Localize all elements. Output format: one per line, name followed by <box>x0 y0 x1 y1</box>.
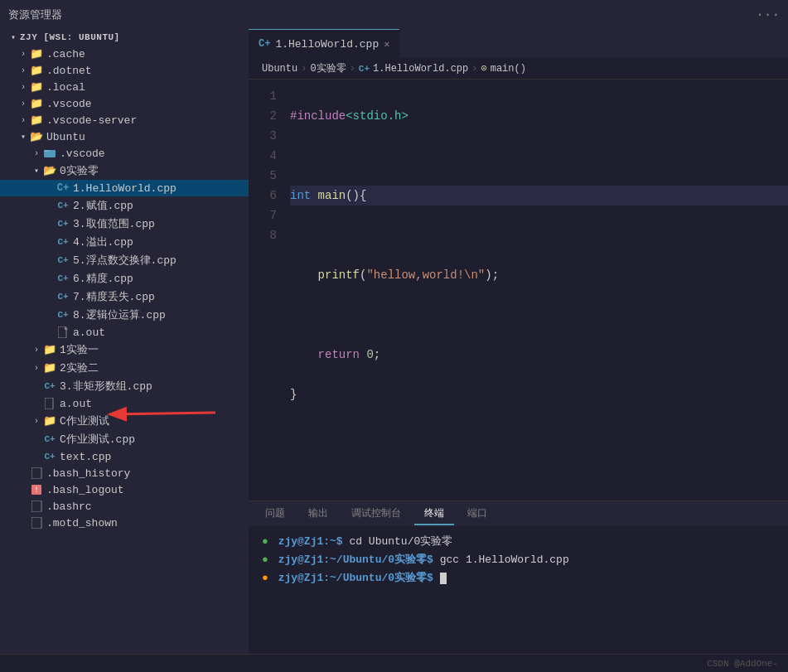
chevron-right-icon: › <box>30 147 43 160</box>
tab-terminal[interactable]: 终端 <box>414 503 454 525</box>
item-label: C作业测试.cpp <box>60 432 135 447</box>
svg-rect-8 <box>31 517 41 529</box>
terminal-line-2: ● zjy@Zj1:~/Ubuntu/0实验零$ gcc 1.HelloWorl… <box>262 551 775 569</box>
chevron-right-icon: › <box>30 414 43 428</box>
breadcrumb: Ubuntu › 0实验零 › C+ 1.HelloWorld.cpp › ⊙ … <box>249 58 788 80</box>
svg-text:!: ! <box>34 486 38 494</box>
cpp-icon: C+ <box>56 182 70 194</box>
sidebar-item-f4[interactable]: › C+ 4.溢出.cpp <box>0 233 249 251</box>
code-line-3: int main(){ <box>290 186 788 205</box>
tab-ports[interactable]: 端口 <box>457 503 497 525</box>
panel-tabs: 问题 输出 调试控制台 终端 端口 <box>249 501 788 526</box>
title-dots[interactable]: ··· <box>756 7 780 22</box>
sidebar-item-f5[interactable]: › C+ 5.浮点数交换律.cpp <box>0 251 249 269</box>
folder-icon: 📁 <box>43 361 56 375</box>
folder-icon: 📁 <box>30 80 43 94</box>
cpp-icon: C+ <box>43 381 56 391</box>
sidebar-item-aout[interactable]: › a.out <box>0 324 249 341</box>
item-label: .bash_logout <box>46 484 124 496</box>
cpp-icon: C+ <box>56 201 70 210</box>
folder-icon: 📁 <box>43 414 56 428</box>
sidebar-item-lab0[interactable]: ▾ 📂 0实验零 <box>0 162 249 180</box>
code-line-6 <box>290 305 788 325</box>
sidebar-item-local[interactable]: › 📁 .local <box>0 79 249 95</box>
item-label: .bash_history <box>46 467 130 480</box>
item-label: .local <box>46 81 85 94</box>
sidebar-item-vscode[interactable]: › 📁 .vscode <box>0 95 249 112</box>
sidebar-item-helloworld[interactable]: › C+ 1.HelloWorld.cpp <box>0 180 249 196</box>
tab-output[interactable]: 输出 <box>298 503 338 525</box>
file-icon <box>30 467 43 479</box>
sidebar-item-lab1[interactable]: › 📁 1实验一 <box>0 341 249 359</box>
prompt: zjy@Zj1:~/Ubuntu/0实验零$ <box>278 554 433 566</box>
cpp-icon: C+ <box>56 273 70 283</box>
breadcrumb-item[interactable]: Ubuntu <box>262 63 297 75</box>
status-bar: CSDN @AddOne- <box>0 654 788 672</box>
item-label: 4.溢出.cpp <box>73 234 133 249</box>
item-label: 7.精度丢失.cpp <box>73 289 155 304</box>
item-label: .vscode-server <box>46 114 137 127</box>
item-label: 6.精度.cpp <box>73 271 133 286</box>
sidebar-item-f3[interactable]: › C+ 3.取值范围.cpp <box>0 215 249 233</box>
chevron-down-icon: ▾ <box>17 130 30 143</box>
sidebar-item-bash-history[interactable]: › .bash_history <box>0 465 249 481</box>
sidebar-item-nonrect[interactable]: › C+ 3.非矩形数组.cpp <box>0 377 249 395</box>
sidebar-item-ubuntu-vscode[interactable]: › .vscode <box>0 145 249 162</box>
sidebar-item-vscode-server[interactable]: › 📁 .vscode-server <box>0 112 249 128</box>
chevron-down-icon: ▾ <box>30 164 43 177</box>
tab-problems[interactable]: 问题 <box>255 503 295 525</box>
sidebar-item-motd[interactable]: › .motd_shown <box>0 515 249 531</box>
folder-icon: 📁 <box>30 47 43 60</box>
chevron-right-icon: › <box>17 114 30 127</box>
breadcrumb-cpp-icon: C+ <box>359 64 370 74</box>
breadcrumb-item[interactable]: 1.HelloWorld.cpp <box>373 63 468 75</box>
sidebar-item-chomework-cpp[interactable]: › C+ C作业测试.cpp <box>0 430 249 448</box>
item-label: 2.赋值.cpp <box>73 198 133 213</box>
sidebar-root[interactable]: ▾ ZJY [WSL: UBUNTU] <box>0 29 249 46</box>
sidebar-item-f8[interactable]: › C+ 8.逻辑位运算.cpp <box>0 306 249 324</box>
breadcrumb-sep: › <box>471 63 477 75</box>
dot-green-icon: ● <box>262 554 268 566</box>
cpp-icon: C+ <box>56 219 70 229</box>
item-label: .vscode <box>46 98 92 110</box>
sidebar-item-lab2[interactable]: › 📁 2实验二 <box>0 359 249 377</box>
item-label: 2实验二 <box>60 360 99 375</box>
file-icon <box>43 398 56 409</box>
tab-close-button[interactable]: ✕ <box>384 38 389 51</box>
terminal-line-3: ● zjy@Zj1:~/Ubuntu/0实验零$ <box>262 569 775 587</box>
sidebar-item-bashrc[interactable]: › .bashrc <box>0 498 249 515</box>
item-label: 3.取值范围.cpp <box>73 216 155 231</box>
terminal-line-1: ● zjy@Zj1:~$ cd Ubuntu/0实验零 <box>262 533 775 551</box>
item-label: 1实验一 <box>60 342 99 357</box>
sidebar-item-cache[interactable]: › 📁 .cache <box>0 46 249 62</box>
sidebar-item-f7[interactable]: › C+ 7.精度丢失.cpp <box>0 288 249 306</box>
code-editor[interactable]: 1 2 3 4 5 6 7 8 #include<stdio.h> int ma… <box>249 80 788 500</box>
sidebar-item-chomework[interactable]: › 📁 C作业测试 <box>0 412 249 430</box>
tab-bar: C+ 1.HelloWorld.cpp ✕ <box>249 29 788 58</box>
breadcrumb-item[interactable]: 0实验零 <box>310 61 346 75</box>
title-text: 资源管理器 <box>8 7 62 22</box>
item-label: C作业测试 <box>60 413 109 428</box>
sidebar-item-dotnet[interactable]: › 📁 .dotnet <box>0 62 249 79</box>
editor-tab[interactable]: C+ 1.HelloWorld.cpp ✕ <box>249 29 399 58</box>
cpp-icon: C+ <box>43 452 56 462</box>
breadcrumb-item[interactable]: main() <box>491 63 526 75</box>
sidebar-item-aout2[interactable]: › a.out <box>0 395 249 412</box>
terminal-content: ● zjy@Zj1:~$ cd Ubuntu/0实验零 ● zjy@Zj1:~/… <box>249 526 788 654</box>
folder-open-icon: 📂 <box>43 164 56 177</box>
sidebar-item-text-cpp[interactable]: › C+ text.cpp <box>0 448 249 465</box>
svg-rect-3 <box>45 398 53 409</box>
tab-debug-console[interactable]: 调试控制台 <box>341 503 411 525</box>
sidebar-item-f2[interactable]: › C+ 2.赋值.cpp <box>0 196 249 215</box>
item-label: a.out <box>73 326 105 339</box>
sidebar-item-ubuntu[interactable]: ▾ 📂 Ubuntu <box>0 128 249 145</box>
item-label: .bashrc <box>46 500 92 513</box>
code-line-5: printf("hellow,world!\n"); <box>290 265 788 285</box>
code-content[interactable]: #include<stdio.h> int main(){ printf("he… <box>290 86 788 494</box>
sidebar-item-bash-logout[interactable]: › ! .bash_logout <box>0 481 249 498</box>
folder-icon: 📁 <box>43 343 56 356</box>
code-line-1: #include<stdio.h> <box>290 106 788 126</box>
sidebar-item-f6[interactable]: › C+ 6.精度.cpp <box>0 269 249 288</box>
breadcrumb-sep: › <box>350 63 355 75</box>
dot-orange-icon: ● <box>262 572 268 584</box>
